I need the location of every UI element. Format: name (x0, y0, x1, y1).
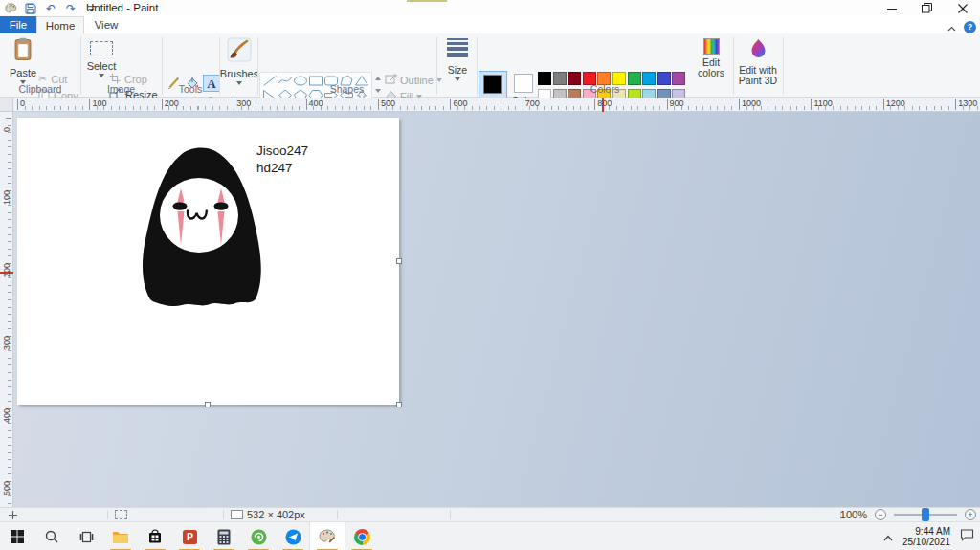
v-ruler-cursor-marker (0, 272, 13, 274)
no-face-face (160, 178, 238, 253)
window-title: Untitled - Paint (86, 0, 158, 16)
canvas-resize-handle-corner[interactable] (396, 402, 402, 407)
separator (337, 510, 338, 519)
redo-button[interactable]: ↷ (64, 2, 78, 15)
separator (223, 510, 224, 519)
h-ruler-label-200: 200 (162, 99, 179, 110)
h-ruler-label-100: 100 (89, 99, 106, 110)
h-ruler-cursor-marker (602, 98, 604, 112)
selection-size-icon (115, 510, 127, 519)
separator (783, 37, 784, 95)
zoom-slider-track[interactable] (894, 514, 957, 516)
zoom-level-text: 100% (840, 509, 867, 520)
vertical-ruler: 0100200300400500 (0, 112, 13, 507)
tab-home[interactable]: Home (36, 16, 84, 33)
size-dropdown-caret (455, 77, 460, 81)
taskbar-search-icon[interactable] (34, 522, 69, 550)
window-controls (874, 0, 980, 16)
image-size-text: 532 × 402px (247, 509, 305, 520)
h-ruler-label-600: 600 (450, 99, 467, 110)
zoom-out-button[interactable]: − (875, 509, 886, 520)
taskbar-paint-icon[interactable] (310, 522, 345, 550)
cursor-position-icon (8, 510, 18, 520)
canvas-resize-handle-bottom[interactable] (205, 402, 211, 407)
separator (107, 510, 108, 519)
status-bar: 532 × 402px 100% − + (0, 507, 980, 521)
drawing-canvas[interactable]: Jisoo247 hd247 (17, 118, 399, 405)
separator (219, 37, 220, 95)
save-button[interactable] (24, 2, 37, 15)
group-label-colors: Colors (477, 83, 733, 95)
h-ruler-label-500: 500 (378, 99, 395, 110)
restore-button[interactable] (909, 0, 945, 16)
cursor-position-indicator (8, 508, 18, 521)
taskbar: P 9:44 AM 25/10/2021 (0, 521, 980, 550)
svg-text:P: P (186, 531, 192, 542)
ribbon: Paste ✂ Cut Copy Clipboard Select Crop (0, 33, 980, 98)
zoom-controls: 100% − + (840, 508, 976, 521)
selection-size-indicator (115, 508, 127, 521)
v-ruler-label-500: 500 (2, 481, 11, 495)
close-button[interactable] (945, 0, 980, 16)
v-ruler-label-300: 300 (2, 336, 11, 350)
h-ruler-label-900: 900 (667, 99, 684, 110)
select-label: Select (87, 60, 117, 72)
separator (733, 37, 734, 95)
group-label-shapes: Shapes (257, 83, 436, 95)
image-size-indicator: 532 × 402px (231, 508, 305, 521)
h-ruler-label-1200: 1200 (883, 99, 905, 110)
separator (436, 37, 437, 95)
ribbon-tab-row: File Home View ? (0, 16, 980, 33)
canvas-resize-handle-right[interactable] (396, 258, 402, 264)
taskbar-microsoft-store-icon[interactable] (138, 522, 172, 550)
h-ruler-label-700: 700 (523, 99, 540, 110)
edit-colors-icon (703, 38, 720, 55)
taskbar-file-explorer-icon[interactable] (103, 522, 138, 550)
show-hidden-icons-chevron[interactable] (883, 528, 893, 545)
shapes-scroll-up-icon[interactable] (373, 74, 382, 82)
taskbar-icons: P (0, 522, 379, 550)
paint-app-icon (4, 2, 17, 15)
action-center-icon[interactable] (960, 528, 974, 545)
taskbar-calculator-icon[interactable] (207, 522, 241, 550)
undo-button[interactable]: ↶ (44, 2, 57, 15)
select-icon (90, 41, 113, 55)
taskbar-blue-messenger-icon[interactable] (276, 522, 310, 550)
paint3d-button[interactable]: Edit with Paint 3D (735, 38, 781, 86)
size-label: Size (448, 65, 467, 76)
tab-file[interactable]: File (0, 16, 36, 33)
paste-label: Paste (10, 67, 36, 78)
size-icon (447, 38, 468, 57)
h-ruler-label-1100: 1100 (811, 99, 832, 110)
brushes-button[interactable]: Brushes (221, 37, 257, 93)
zoom-in-button[interactable]: + (965, 509, 976, 520)
taskbar-powerpoint-icon[interactable]: P (172, 522, 207, 550)
separator (450, 510, 451, 519)
v-ruler-label-400: 400 (2, 408, 11, 423)
brushes-label: Brushes (220, 68, 258, 79)
ruler-corner (0, 98, 13, 112)
horizontal-ruler: 0100200300400500600700800900100011001200… (0, 98, 980, 112)
taskbar-clock[interactable]: 9:44 AM 25/10/2021 (902, 526, 950, 547)
taskbar-start-icon[interactable] (0, 522, 34, 550)
paste-icon (13, 37, 33, 65)
size-button[interactable]: Size (438, 38, 477, 81)
taskbar-task-view-icon[interactable] (69, 522, 103, 550)
zoom-slider-thumb[interactable] (922, 508, 929, 521)
h-ruler-label-400: 400 (306, 99, 323, 110)
separator (8, 2, 9, 12)
taskbar-chrome-icon[interactable] (345, 522, 379, 550)
no-face-drawing (17, 118, 399, 405)
paint-window: ↶ ↷ Untitled - Paint File Home View (0, 0, 980, 550)
minimize-button[interactable] (874, 0, 909, 16)
select-dropdown-caret (99, 74, 104, 77)
group-label-image: Image (80, 83, 162, 95)
edit-colors-button[interactable]: Edit colors (689, 38, 733, 78)
tray-date: 25/10/2021 (902, 537, 950, 547)
taskbar-green-app-icon[interactable] (241, 522, 276, 550)
canvas-text-line2: hd247 (256, 160, 308, 177)
tab-view[interactable]: View (84, 16, 128, 33)
no-face-left-eye (173, 202, 188, 209)
help-icon[interactable]: ? (964, 21, 976, 33)
brushes-dropdown-caret (236, 81, 242, 85)
